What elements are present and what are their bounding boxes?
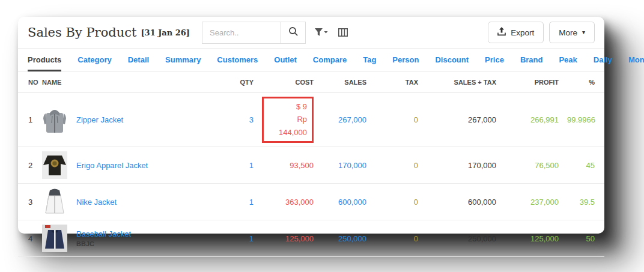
cost-line: 93,500 [262, 161, 314, 170]
product-subtitle: BBJC [76, 240, 131, 247]
cost-value: 363,000 [262, 184, 322, 220]
product-name-link[interactable]: Nike Jacket [76, 198, 117, 207]
tab-products[interactable]: Products [28, 49, 61, 71]
search-input[interactable] [202, 22, 281, 43]
tab-customers[interactable]: Customers [217, 49, 258, 71]
tab-category[interactable]: Category [77, 49, 111, 71]
row-number: 4 [18, 220, 42, 257]
sales-plus-tax-value: 250,000 [427, 220, 505, 257]
qty-value[interactable]: 3 [223, 93, 262, 147]
tab-monthly[interactable]: Monthly [628, 49, 644, 71]
export-label: Export [511, 28, 534, 37]
tab-summary[interactable]: Summary [165, 49, 201, 71]
table-body: 1Zipper Jacket3$ 9Rp 144,000267,0000267,… [18, 93, 604, 257]
sales-value[interactable]: 250,000 [322, 220, 375, 257]
search-icon [288, 26, 299, 38]
tab-detail[interactable]: Detail [128, 49, 149, 71]
sales-by-product-panel: Sales By Product [31 Jan 26] [18, 17, 604, 234]
tab-brand[interactable]: Brand [520, 49, 543, 71]
product-cell: Zipper Jacket [42, 93, 223, 147]
tab-tag[interactable]: Tag [363, 49, 376, 71]
more-label: More [559, 28, 577, 37]
product-cell: Erigo Apparel Jacket [42, 147, 223, 184]
column-header-sales[interactable]: SALES [322, 72, 375, 93]
column-header-sales-tax[interactable]: SALES + TAX [427, 72, 505, 93]
column-header-qty[interactable]: QTY [223, 72, 262, 93]
qty-value[interactable]: 1 [223, 184, 262, 220]
row-number: 3 [18, 184, 42, 220]
sales-plus-tax-value: 600,000 [427, 184, 505, 220]
tab-peak[interactable]: Peak [559, 49, 577, 71]
sales-value[interactable]: 267,000 [322, 93, 375, 147]
percent-value: 45 [567, 147, 604, 184]
header-actions: Export More ▾ [488, 22, 595, 43]
zipper-jacket-thumbnail [42, 106, 67, 134]
tax-value: 0 [375, 220, 427, 257]
row-number: 1 [18, 93, 42, 147]
export-icon [497, 27, 506, 38]
cost-line: 363,000 [262, 198, 314, 207]
product-cell: Nike Jacket [42, 184, 223, 220]
tab-discount[interactable]: Discount [435, 49, 469, 71]
table-row: 4Baseball JacketBBJC1125,000250,0000250,… [18, 220, 604, 257]
panel-header: Sales By Product [31 Jan 26] [18, 17, 604, 49]
search-box [202, 22, 306, 44]
tab-price[interactable]: Price [485, 49, 504, 71]
product-name-link[interactable]: Erigo Apparel Jacket [76, 161, 148, 170]
column-header-profit[interactable]: PROFIT [505, 72, 567, 93]
tab-person[interactable]: Person [392, 49, 419, 71]
cost-highlight-box: $ 9Rp 144,000 [262, 97, 314, 143]
cost-value: $ 9Rp 144,000 [262, 93, 322, 147]
product-name-link[interactable]: Baseball Jacket [76, 229, 131, 238]
columns-icon[interactable] [338, 28, 348, 37]
percent-value: 99.9966 [567, 93, 604, 147]
product-cell: Baseball JacketBBJC [42, 220, 223, 257]
sales-value[interactable]: 600,000 [322, 184, 375, 220]
product-name-link[interactable]: Zipper Jacket [76, 115, 123, 124]
sales-plus-tax-value: 170,000 [427, 147, 505, 184]
tab-compare[interactable]: Compare [313, 49, 347, 71]
page: Sales By Product [31 Jan 26] [0, 0, 644, 272]
column-header-%[interactable]: % [567, 72, 604, 93]
table-row: 2Erigo Apparel Jacket193,500170,0000170,… [18, 147, 604, 184]
nike-jacket-thumbnail [42, 188, 67, 216]
column-header-no[interactable]: NO [18, 72, 42, 93]
column-header-name[interactable]: NAME [42, 72, 223, 93]
more-button[interactable]: More ▾ [549, 22, 595, 43]
search-button[interactable] [281, 22, 305, 43]
row-number: 2 [18, 147, 42, 184]
percent-value: 39.5 [567, 184, 604, 220]
column-header-tax[interactable]: TAX [375, 72, 427, 93]
report-tabs: ProductsCategoryDetailSummaryCustomersOu… [18, 49, 604, 72]
cost-value: 93,500 [262, 147, 322, 184]
tab-list: ProductsCategoryDetailSummaryCustomersOu… [28, 49, 644, 71]
baseball-jacket-thumbnail [42, 225, 67, 252]
cost-line: $ 9 [272, 100, 307, 113]
qty-value[interactable]: 1 [223, 147, 262, 184]
export-button[interactable]: Export [488, 22, 544, 43]
column-header-cost[interactable]: COST [262, 72, 322, 93]
table-row: 3Nike Jacket1363,000600,0000600,000237,0… [18, 184, 604, 220]
percent-value: 50 [567, 220, 604, 257]
tax-value: 0 [375, 184, 427, 220]
cost-line: Rp 144,000 [272, 113, 307, 139]
cost-line: 125,000 [262, 234, 314, 243]
sales-value[interactable]: 170,000 [322, 147, 375, 184]
tab-daily[interactable]: Daily [594, 49, 612, 71]
date-badge: [31 Jan 26] [141, 28, 190, 37]
profit-value: 125,000 [505, 220, 567, 257]
qty-value[interactable]: 1 [223, 220, 262, 257]
profit-value: 237,000 [505, 184, 567, 220]
caret-down-icon: ▾ [582, 29, 585, 35]
tax-value: 0 [375, 147, 427, 184]
filter-icon[interactable] [315, 28, 329, 37]
erigo-apparel-jacket-thumbnail [42, 151, 67, 179]
tab-outlet[interactable]: Outlet [274, 49, 297, 71]
cost-value: 125,000 [262, 220, 322, 257]
table-header-row: NONAMEQTYCOSTSALESTAXSALES + TAXPROFIT% [18, 72, 604, 93]
profit-value: 76,500 [505, 147, 567, 184]
table-row: 1Zipper Jacket3$ 9Rp 144,000267,0000267,… [18, 93, 604, 147]
page-title: Sales By Product [28, 25, 136, 40]
sales-table: NONAMEQTYCOSTSALESTAXSALES + TAXPROFIT% … [18, 72, 604, 257]
tax-value: 0 [375, 93, 427, 147]
